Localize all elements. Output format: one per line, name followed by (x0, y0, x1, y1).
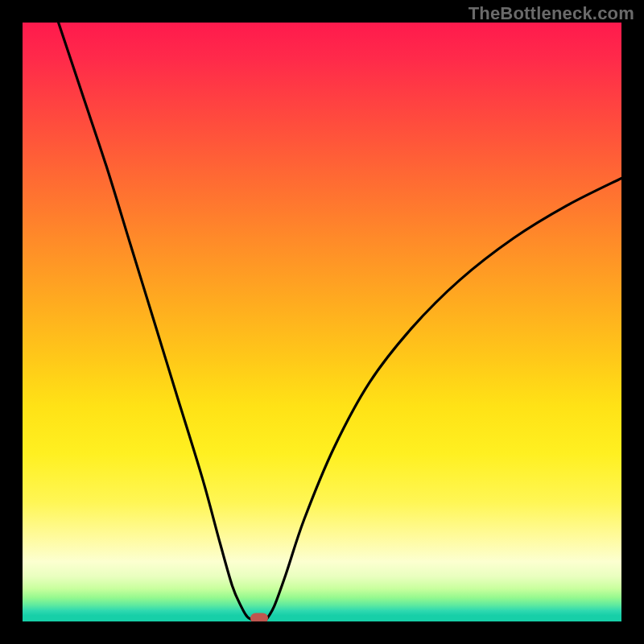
watermark-text: TheBottleneck.com (469, 3, 634, 24)
bottleneck-curve (23, 23, 621, 621)
chart-frame: TheBottleneck.com (0, 0, 644, 644)
plot-area (23, 23, 621, 621)
optimum-marker (250, 613, 268, 621)
